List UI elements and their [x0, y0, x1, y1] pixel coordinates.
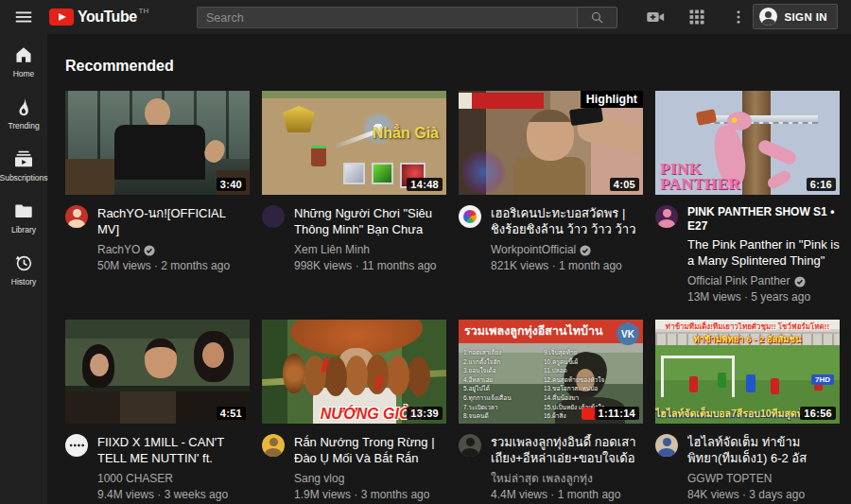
sidebar-item-library[interactable]: Library: [0, 192, 47, 242]
apps-grid-icon[interactable]: [686, 7, 707, 27]
sign-in-button[interactable]: SIGN IN: [753, 4, 838, 29]
video-meta-row: Rắn Nướng Trong Rừng | Đào Ụ Mối Và Bắt …: [262, 434, 446, 502]
thumbnail-overlay-highlight-badge: Highlight: [581, 91, 643, 108]
channel-name[interactable]: ใหม่ล่าสุด เพลงลูกทุ่ง: [491, 472, 643, 486]
youtube-logo[interactable]: YouTube TH: [49, 7, 148, 27]
youtube-play-icon: [49, 9, 74, 26]
video-title[interactable]: รวมเพลงลูกทุ่งอินดี้ กอดเสาเถียง+อีหล่าเ…: [491, 434, 643, 466]
sidebar-item-label: Trending: [8, 121, 39, 130]
search-input[interactable]: [198, 8, 577, 27]
video-meta-row: Những Người Chơi "Siêu Thông Minh" Bạn C…: [262, 205, 446, 273]
video-thumbnail[interactable]: 4:05 Highlight: [459, 91, 643, 195]
duration-badge: 6:16: [807, 178, 836, 191]
duration-badge: 3:40: [217, 178, 246, 191]
thumbnail-art: [689, 376, 698, 392]
logo-text: YouTube: [78, 7, 137, 27]
thumbnail-art: [746, 374, 755, 392]
thumbnail-art: [311, 146, 326, 166]
video-card[interactable]: 4:05 Highlight เฮอริเคนปะทะบอสวัดพร | ชิ…: [459, 91, 643, 304]
channel-name[interactable]: Official Pink Panther: [687, 274, 840, 288]
video-views-date: 50M views · 2 months ago: [97, 259, 250, 273]
channel-avatar[interactable]: [459, 205, 481, 228]
thumbnail-art: [343, 163, 365, 184]
channel-name[interactable]: RachYO: [97, 243, 250, 257]
channel-name[interactable]: 1000 CHASER: [97, 472, 250, 486]
sidebar-item-home[interactable]: Home: [0, 36, 47, 86]
video-meta-row: ไฮไลท์จัดเต็ม ท่าข้ามพิทยา(ทีมเด็ง1) 6-2…: [655, 434, 840, 502]
channel-avatar[interactable]: [655, 434, 678, 457]
thumbnail-art: [718, 373, 726, 388]
upload-video-icon[interactable]: [645, 7, 666, 27]
video-card[interactable]: 14:48 Nhẳn Già Những Người Chơi "Siêu Th…: [262, 91, 446, 304]
video-meta-row: FIIXD X 1MILL - CAN'T TELL ME NUTTIN' ft…: [65, 434, 250, 502]
video-card[interactable]: 1:11:14 รวมเพลงลูกทุ่งอีสานไทบ้านVK1.กอด…: [459, 320, 643, 502]
video-title[interactable]: FIIXD X 1MILL - CAN'T TELL ME NUTTIN' ft…: [97, 434, 250, 466]
video-title[interactable]: Những Người Chơi "Siêu Thông Minh" Bạn C…: [294, 205, 446, 237]
video-card[interactable]: 13:39 NƯỚNG GIÒN Rắn Nướng Trong Rừng | …: [262, 320, 446, 502]
trending-icon: [13, 96, 34, 117]
thumbnail-art: [145, 98, 170, 128]
duration-badge: 16:56: [800, 407, 836, 420]
search-icon: [589, 9, 605, 26]
logo-country-code: TH: [139, 7, 149, 16]
thumbnail-art: [372, 163, 393, 184]
sidebar-item-label: Library: [11, 225, 36, 235]
thumbnail-art: [202, 342, 224, 368]
sidebar-item-label: Home: [13, 69, 35, 78]
search-box: [197, 7, 577, 28]
channel-avatar[interactable]: [65, 434, 88, 457]
video-title[interactable]: RachYO-นก![OFFICIAL MV]: [97, 205, 250, 237]
verified-badge-icon: [794, 276, 806, 287]
video-meta-row: เฮอริเคนปะทะบอสวัดพร | ชิงร้อยชิงล้าน ว้…: [459, 205, 643, 273]
video-title[interactable]: ไฮไลท์จัดเต็ม ท่าข้ามพิทยา(ทีมเด็ง1) 6-2…: [687, 434, 840, 466]
video-thumbnail[interactable]: 14:48 Nhẳn Già: [262, 91, 446, 195]
sidebar-item-trending[interactable]: Trending: [0, 88, 47, 138]
more-vertical-icon[interactable]: [728, 7, 749, 27]
channel-avatar[interactable]: [262, 434, 285, 457]
channel-avatar[interactable]: [459, 434, 481, 457]
video-title[interactable]: เฮอริเคนปะทะบอสวัดพร | ชิงร้อยชิงล้าน ว้…: [491, 205, 643, 237]
video-thumbnail[interactable]: 6:16 PINK PANTHER: [655, 91, 840, 195]
thumbnail-art: [90, 354, 109, 376]
search-button[interactable]: [577, 7, 617, 28]
thumbnail-overlay-song-col-1: 1.กอดเสาเถียง 2.แรกตั้งใจฮัก 3.ยอมใจเด้อ…: [463, 348, 512, 421]
sidebar-item-history[interactable]: History: [0, 244, 47, 294]
main-content: Recommended 3:40 RachYO-นก![OFFICIAL MV]…: [47, 34, 851, 504]
sidebar-item-label: Subscriptions: [0, 173, 48, 182]
verified-badge-icon: [144, 245, 155, 256]
video-card[interactable]: 4:51 FIIXD X 1MILL - CAN'T TELL ME NUTTI…: [65, 320, 250, 502]
video-meta-row: RachYO-นก![OFFICIAL MV] RachYO 50M views…: [65, 205, 250, 273]
thumbnail-art: [527, 110, 574, 161]
menu-icon[interactable]: [13, 7, 36, 27]
history-icon: [13, 252, 34, 273]
library-icon: [13, 200, 34, 221]
video-views-date: 998K views · 11 months ago: [294, 259, 446, 273]
channel-avatar[interactable]: [65, 205, 88, 228]
channel-name[interactable]: GGWP TOPTEN: [687, 472, 840, 486]
thumbnail-art: [283, 354, 305, 393]
duration-badge: 13:39: [407, 407, 443, 420]
video-thumbnail[interactable]: 4:51: [65, 320, 250, 424]
sidebar-item-subscriptions[interactable]: Subscriptions: [0, 140, 47, 190]
channel-name[interactable]: Sang vlog: [294, 472, 446, 486]
channel-name[interactable]: WorkpointOfficial: [491, 243, 643, 257]
thumbnail-overlay-lol-title: Nhẳn Già: [373, 125, 439, 142]
video-title[interactable]: Rắn Nướng Trong Rừng | Đào Ụ Mối Và Bắt …: [294, 434, 446, 466]
channel-avatar[interactable]: [655, 205, 678, 228]
video-thumbnail[interactable]: 13:39 NƯỚNG GIÒN: [262, 320, 446, 424]
video-title[interactable]: The Pink Panther in "Pink is a Many Spli…: [687, 236, 840, 269]
thumbnail-art: [459, 93, 544, 109]
thumbnail-art: [339, 348, 373, 376]
duration-badge: 4:51: [217, 407, 246, 420]
video-card[interactable]: 3:40 RachYO-นก![OFFICIAL MV] RachYO 50M …: [65, 91, 250, 304]
video-card[interactable]: 16:56 ท่าข้ามทีมเด็ง!ทีมเยาวไทยตัวชุม!! …: [655, 320, 840, 502]
channel-avatar[interactable]: [262, 205, 285, 228]
video-views-date: 13M views · 5 years ago: [687, 290, 840, 304]
video-card[interactable]: 6:16 PINK PANTHER PINK PANTHER SHOW S1 •…: [655, 91, 840, 304]
thumbnail-art: [704, 115, 818, 124]
video-thumbnail[interactable]: 3:40: [65, 91, 250, 195]
channel-name[interactable]: Xem Liên Minh: [294, 243, 446, 257]
video-thumbnail[interactable]: 16:56 ท่าข้ามทีมเด็ง!ทีมเยาวไทยตัวชุม!! …: [655, 320, 840, 424]
video-thumbnail[interactable]: 1:11:14 รวมเพลงลูกทุ่งอีสานไทบ้านVK1.กอด…: [459, 320, 643, 424]
home-icon: [13, 44, 34, 65]
